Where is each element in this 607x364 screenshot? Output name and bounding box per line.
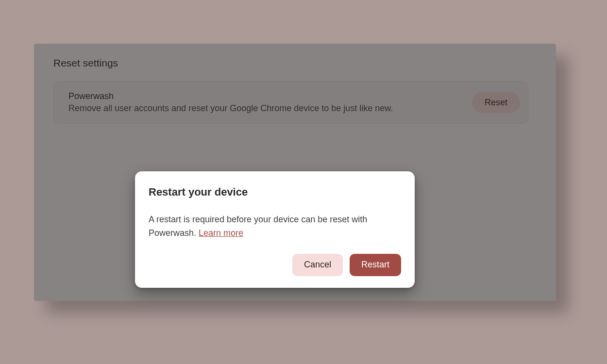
restart-dialog: Restart your device A restart is require… <box>135 171 415 288</box>
restart-dialog-body-text: A restart is required before your device… <box>149 215 367 238</box>
learn-more-link[interactable]: Learn more <box>199 228 243 238</box>
restart-dialog-title: Restart your device <box>149 186 401 199</box>
restart-dialog-body: A restart is required before your device… <box>149 213 401 240</box>
restart-dialog-actions: Cancel Restart <box>149 254 401 276</box>
restart-button[interactable]: Restart <box>350 254 401 276</box>
cancel-button[interactable]: Cancel <box>292 254 343 276</box>
stage: Reset settings Powerwash Remove all user… <box>0 0 607 364</box>
